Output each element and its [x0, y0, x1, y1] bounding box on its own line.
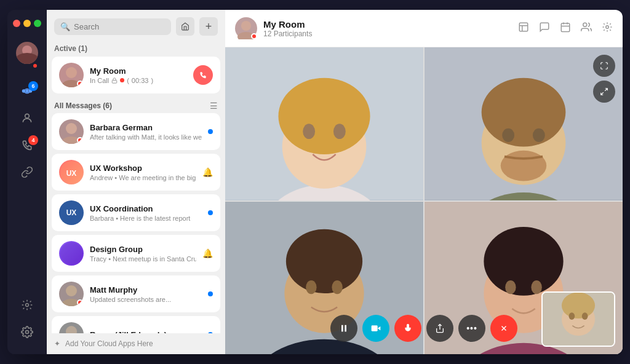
active-room-dot: [77, 81, 83, 87]
svg-point-20: [241, 21, 251, 31]
svg-point-64: [582, 312, 588, 320]
filter-button[interactable]: ☰: [210, 101, 218, 111]
expand-button[interactable]: [593, 81, 615, 103]
sidebar-item-settings[interactable]: [16, 322, 38, 344]
sidebar-item-integrations[interactable]: [16, 295, 38, 317]
end-call-button[interactable]: [490, 315, 517, 342]
close-button[interactable]: [13, 20, 20, 27]
matt-preview: Updated screenshots are...: [90, 296, 202, 303]
self-video: [541, 291, 615, 347]
mute-button[interactable]: [394, 315, 421, 342]
active-room-info: My Room In Call (00:33): [90, 66, 187, 84]
jill-avatar: [59, 322, 84, 333]
list-item[interactable]: Matt Murphy Updated screenshots are...: [52, 275, 220, 312]
message-panel: 🔍 + Active (1) My Room: [47, 10, 225, 354]
window-controls: [13, 20, 41, 27]
main-area: My Room 12 Participants: [225, 10, 623, 354]
svg-point-6: [26, 303, 29, 306]
svg-point-11: [66, 123, 77, 134]
maximize-button[interactable]: [34, 20, 41, 27]
chat-icon[interactable]: [539, 22, 550, 36]
sidebar-item-contacts[interactable]: [16, 108, 38, 130]
sidebar-item-messages[interactable]: 6: [16, 81, 38, 103]
svg-rect-54: [341, 325, 343, 332]
active-section-label: Active (1): [47, 41, 225, 57]
share-button[interactable]: [426, 315, 453, 342]
add-apps-label: Add Your Cloud Apps Here: [65, 339, 153, 348]
jill-name: Room (Jill Edwards): [90, 330, 202, 334]
apps-icon[interactable]: [602, 22, 613, 36]
app-window: 6 4: [7, 10, 623, 354]
chat-header-avatar: [235, 17, 257, 39]
design-group-info: Design Group Tracy • Next meetup is in S…: [90, 245, 196, 263]
settings-icon: [21, 326, 33, 341]
contacts-icon: [21, 112, 33, 127]
svg-point-33: [303, 124, 315, 139]
svg-point-16: [66, 285, 77, 296]
list-item[interactable]: Barbara German After talking with Matt, …: [52, 113, 220, 150]
svg-point-62: [562, 293, 595, 319]
svg-rect-22: [519, 23, 528, 31]
sidebar-item-calls[interactable]: 4: [16, 135, 38, 157]
active-room-avatar: [59, 63, 84, 87]
design-mute-icon: 🔔: [202, 248, 213, 258]
jill-info: Room (Jill Edwards): [90, 330, 202, 334]
svg-point-51: [484, 227, 563, 296]
home-button[interactable]: [176, 17, 194, 36]
ux-workshop-avatar: UX: [59, 160, 84, 184]
matt-dot: [77, 299, 83, 306]
pause-button[interactable]: [330, 315, 357, 342]
svg-rect-23: [561, 23, 570, 32]
video-button[interactable]: [362, 315, 389, 342]
svg-point-47: [332, 280, 342, 293]
ux-coord-unread: [208, 210, 213, 215]
svg-point-63: [569, 312, 575, 320]
svg-point-38: [482, 78, 566, 147]
chat-header: My Room 12 Participants: [225, 10, 623, 47]
people-icon[interactable]: [581, 22, 592, 36]
compose-button[interactable]: +: [199, 17, 218, 36]
jill-unread: [208, 332, 213, 333]
list-item[interactable]: Design Group Tracy • Next meetup is in S…: [52, 235, 220, 272]
add-apps-button[interactable]: ✦ Add Your Cloud Apps Here: [47, 333, 225, 354]
fullscreen-button[interactable]: [593, 55, 615, 77]
ux-coord-name: UX Coordination: [90, 204, 202, 213]
sidebar-item-links[interactable]: [16, 162, 38, 184]
call-action-button[interactable]: [193, 65, 213, 85]
list-item[interactable]: Room (Jill Edwards): [52, 316, 220, 333]
call-controls: •••: [330, 315, 517, 342]
ux-coord-preview: Barbara • Here is the latest report: [90, 215, 202, 222]
list-item[interactable]: UX UX Coordination Barbara • Here is the…: [52, 194, 220, 231]
matt-info: Matt Murphy Updated screenshots are...: [90, 285, 202, 303]
minimize-button[interactable]: [23, 20, 31, 27]
search-icon: 🔍: [60, 22, 70, 31]
links-icon: [21, 166, 33, 181]
video-cell-1: [225, 47, 423, 200]
avatar-status-dot: [32, 63, 38, 69]
file-icon[interactable]: [518, 22, 529, 36]
search-input-wrap[interactable]: 🔍: [54, 18, 171, 35]
chat-header-icons: [518, 22, 613, 36]
in-call-dot: [120, 78, 124, 82]
svg-point-53: [531, 280, 541, 293]
messages-badge: 6: [28, 81, 38, 91]
svg-point-27: [583, 23, 587, 26]
active-room-item[interactable]: My Room In Call (00:33): [52, 57, 220, 93]
design-group-avatar: [59, 241, 84, 266]
calendar-icon[interactable]: [560, 22, 571, 36]
barbara-avatar: [59, 119, 84, 144]
more-button[interactable]: •••: [458, 315, 485, 342]
ux-coord-avatar: UX: [59, 200, 84, 225]
avatar[interactable]: [16, 42, 38, 64]
user-avatar-wrapper: [16, 42, 38, 69]
list-item[interactable]: UX UX Workshop Andrew • We are meeting i…: [52, 154, 220, 191]
search-input[interactable]: [74, 22, 165, 31]
svg-rect-55: [345, 325, 346, 332]
active-room-name: My Room: [90, 66, 187, 76]
matt-avatar: [59, 282, 84, 306]
svg-point-5: [25, 114, 30, 118]
svg-point-45: [286, 229, 362, 293]
svg-point-52: [505, 280, 516, 293]
svg-point-41: [501, 151, 547, 181]
svg-text:UX: UX: [66, 169, 77, 178]
